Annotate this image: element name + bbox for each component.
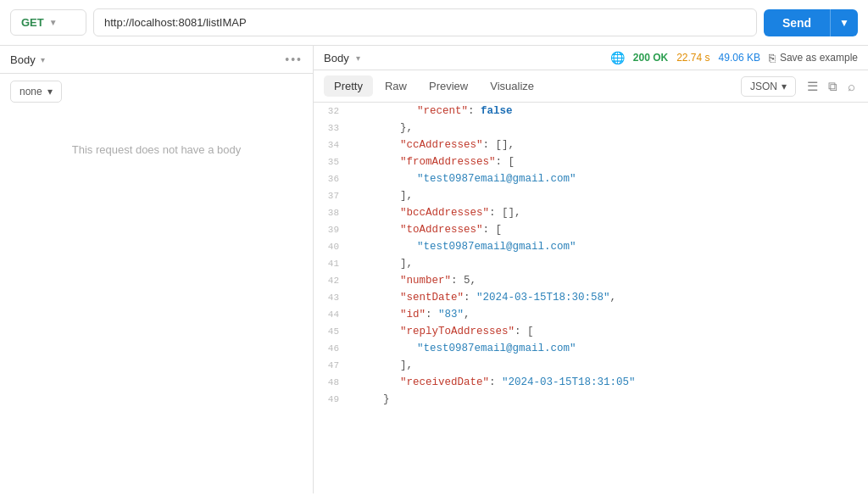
save-example-button[interactable]: ⎘ Save as example — [769, 52, 858, 64]
body-type-select[interactable]: none ▾ — [10, 81, 62, 103]
json-line: 36"test0987email@gmail.com" — [314, 170, 868, 187]
line-number: 44 — [314, 306, 349, 323]
method-label: GET — [21, 16, 44, 29]
line-content: } — [366, 391, 868, 408]
json-line: 45"replyToAddresses": [ — [314, 323, 868, 340]
tab-visualize[interactable]: Visualize — [480, 75, 544, 97]
line-number: 38 — [314, 204, 349, 221]
line-content: ], — [366, 255, 868, 272]
line-content: "bccAddresses": [], — [366, 204, 868, 221]
json-line: 44"id": "83", — [314, 306, 868, 323]
line-number: 35 — [314, 153, 349, 170]
no-body-message: This request does not have a body — [0, 143, 313, 156]
line-content: "replyToAddresses": [ — [366, 323, 868, 340]
json-line: 37], — [314, 187, 868, 204]
save-icon: ⎘ — [769, 52, 776, 64]
tab-preview[interactable]: Preview — [419, 75, 478, 97]
line-content: }, — [366, 120, 868, 137]
json-line: 49} — [314, 391, 868, 408]
line-content: "id": "83", — [366, 306, 868, 323]
line-number: 37 — [314, 187, 349, 204]
json-line: 33}, — [314, 120, 868, 137]
json-format-label: JSON — [750, 81, 777, 92]
line-content: "receivedDate": "2024-03-15T18:31:05" — [366, 374, 868, 391]
left-panel-chevron[interactable]: ▾ — [41, 55, 45, 64]
format-tabs: Pretty Raw Preview Visualize JSON ▾ ☰ ⧉ … — [314, 70, 868, 103]
line-number: 40 — [314, 238, 349, 255]
json-line: 34"ccAddresses": [], — [314, 137, 868, 153]
globe-icon: 🌐 — [610, 51, 625, 64]
send-dropdown-button[interactable]: ▼ — [830, 9, 858, 36]
method-chevron: ▼ — [49, 18, 58, 27]
right-panel: Body ▾ 🌐 200 OK 22.74 s 49.06 KB ⎘ Save … — [314, 46, 868, 493]
main-area: Body ▾ ••• none ▾ This request does not … — [0, 46, 868, 493]
line-number: 45 — [314, 323, 349, 340]
line-content: "ccAddresses": [], — [366, 137, 868, 153]
json-line: 42"number": 5, — [314, 272, 868, 289]
tab-icons: ☰ ⧉ ⌕ — [804, 76, 858, 97]
status-code: 200 OK — [633, 52, 668, 64]
line-content: "test0987email@gmail.com" — [366, 170, 868, 187]
json-line: 35"fromAddresses": [ — [314, 153, 868, 170]
line-number: 42 — [314, 272, 349, 289]
json-format-select[interactable]: JSON ▾ — [741, 76, 796, 97]
filter-icon-button[interactable]: ☰ — [804, 76, 821, 97]
copy-icon-button[interactable]: ⧉ — [826, 76, 840, 97]
line-number: 48 — [314, 374, 349, 391]
line-number: 32 — [314, 103, 349, 120]
tab-pretty[interactable]: Pretty — [324, 75, 373, 97]
json-line: 48"receivedDate": "2024-03-15T18:31:05" — [314, 374, 868, 391]
response-size: 49.06 KB — [719, 52, 760, 64]
json-line: 41], — [314, 255, 868, 272]
line-number: 33 — [314, 120, 349, 137]
json-line: 40"test0987email@gmail.com" — [314, 238, 868, 255]
line-number: 49 — [314, 391, 349, 408]
top-bar: GET ▼ Send ▼ — [0, 0, 868, 46]
json-line: 38"bccAddresses": [], — [314, 204, 868, 221]
line-number: 41 — [314, 255, 349, 272]
search-icon-button[interactable]: ⌕ — [845, 76, 858, 97]
line-number: 34 — [314, 137, 349, 153]
line-content: "fromAddresses": [ — [366, 153, 868, 170]
left-panel-title: Body — [10, 53, 36, 66]
left-panel-header: Body ▾ ••• — [0, 46, 313, 74]
json-line: 32"recent": false — [314, 103, 868, 120]
json-viewer: 32"recent": false33},34"ccAddresses": []… — [314, 103, 868, 493]
line-number: 46 — [314, 340, 349, 357]
left-panel: Body ▾ ••• none ▾ This request does not … — [0, 46, 314, 493]
line-number: 39 — [314, 221, 349, 238]
line-number: 47 — [314, 357, 349, 374]
line-content: ], — [366, 187, 868, 204]
line-content: "number": 5, — [366, 272, 868, 289]
left-panel-dots[interactable]: ••• — [285, 53, 303, 66]
line-content: "recent": false — [366, 103, 868, 120]
right-panel-title: Body — [324, 52, 349, 64]
tab-raw[interactable]: Raw — [375, 75, 417, 97]
right-panel-chevron[interactable]: ▾ — [356, 53, 360, 63]
response-time: 22.74 s — [676, 52, 709, 64]
url-input[interactable] — [93, 8, 757, 36]
response-status: 🌐 200 OK 22.74 s 49.06 KB ⎘ Save as exam… — [610, 51, 858, 64]
line-content: "toAddresses": [ — [366, 221, 868, 238]
json-format-chevron: ▾ — [782, 81, 787, 92]
line-content: "sentDate": "2024-03-15T18:30:58", — [366, 289, 868, 306]
save-example-label: Save as example — [780, 52, 858, 64]
line-number: 43 — [314, 289, 349, 306]
line-number: 36 — [314, 170, 349, 187]
send-button[interactable]: Send — [764, 9, 830, 36]
right-panel-header: Body ▾ 🌐 200 OK 22.74 s 49.06 KB ⎘ Save … — [314, 46, 868, 70]
method-select[interactable]: GET ▼ — [10, 9, 86, 36]
json-line: 46"test0987email@gmail.com" — [314, 340, 868, 357]
line-content: "test0987email@gmail.com" — [366, 340, 868, 357]
body-type-chevron: ▾ — [47, 86, 53, 98]
line-content: "test0987email@gmail.com" — [366, 238, 868, 255]
body-type-label: none — [19, 86, 42, 98]
json-line: 39"toAddresses": [ — [314, 221, 868, 238]
line-content: ], — [366, 357, 868, 374]
json-line: 47], — [314, 357, 868, 374]
json-line: 43"sentDate": "2024-03-15T18:30:58", — [314, 289, 868, 306]
send-button-group: Send ▼ — [764, 9, 858, 36]
